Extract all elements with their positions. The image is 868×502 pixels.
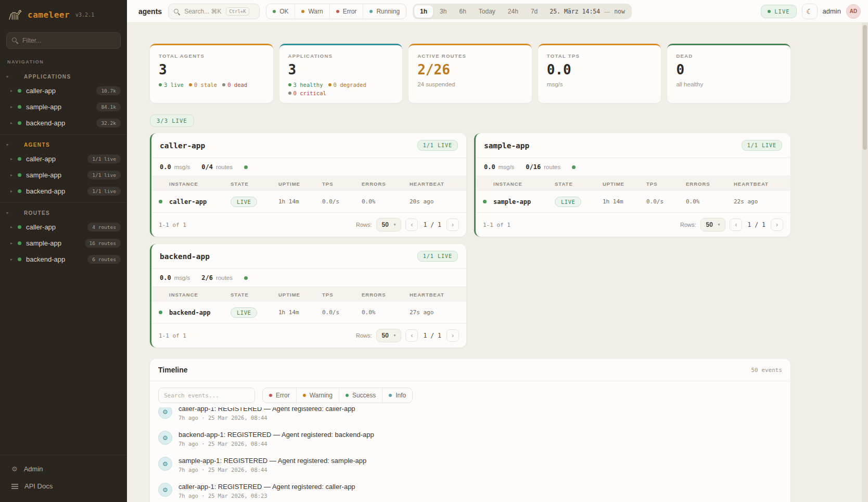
error-dot [336, 10, 339, 13]
caret-down-icon[interactable]: ▾ [6, 143, 12, 147]
app-logo[interactable]: cameleer v3.2.1 [0, 0, 127, 27]
caret-down-icon[interactable]: ▾ [6, 74, 12, 79]
filter-warning-button[interactable]: Warning [297, 388, 339, 403]
list-item[interactable]: ⚙ caller-app-1: REGISTERED — Agent regis… [158, 478, 782, 502]
chevron-right-icon[interactable]: ▸ [10, 105, 18, 109]
sidebar-item-api-docs[interactable]: API Docs [0, 478, 127, 495]
rows-label: Rows: [356, 222, 372, 228]
prev-page-button[interactable]: ‹ [405, 329, 418, 342]
timeline-search-input[interactable] [158, 388, 255, 403]
time-range-24h[interactable]: 24h [502, 5, 524, 18]
list-item[interactable]: ⚙ caller-app-1: REGISTERED — Agent regis… [158, 407, 782, 426]
sidebar-item-routes-sample-app[interactable]: ▸ sample-app 16 routes [0, 235, 127, 251]
chevron-right-icon[interactable]: ▸ [10, 121, 18, 125]
filter-ok-button[interactable]: OK [266, 4, 295, 19]
count-badge: 32.2k [96, 119, 121, 127]
stat-label: APPLICATIONS [288, 53, 394, 59]
live-status-toggle[interactable]: LIVE [761, 5, 796, 18]
instance-status-dot [483, 200, 487, 203]
event-time: 7h ago · 25 Mar 2026, 08:44 [178, 441, 374, 447]
sidebar-item-routes-backend-app[interactable]: ▸ backend-app 6 routes [0, 251, 127, 267]
errors-cell: 0.0% [362, 198, 410, 205]
next-page-button[interactable]: › [771, 218, 783, 231]
col-heartbeat: HEARTBEAT [410, 292, 466, 298]
time-range-today[interactable]: Today [473, 5, 501, 18]
global-search[interactable]: Ctrl+K [168, 4, 260, 19]
chevron-right-icon[interactable]: ▸ [10, 88, 18, 93]
table-row[interactable]: sample-app LIVE 1h 14m 0.0/s 0.0% 22s ag… [476, 191, 790, 213]
status-dot [18, 241, 21, 245]
chevron-right-icon[interactable]: ▸ [10, 257, 18, 262]
date-range-separator: — [604, 8, 610, 15]
item-label: caller-app [26, 155, 87, 163]
table-row[interactable]: backend-app LIVE 1h 14m 0.0/s 0.0% 27s a… [151, 302, 466, 324]
chevron-right-icon[interactable]: ▸ [10, 189, 18, 194]
section-header-agents[interactable]: ▾ AGENTS [0, 139, 127, 151]
sidebar-item-agents-backend-app[interactable]: ▸ backend-app 1/1 live [0, 183, 127, 199]
uptime-cell: 1h 14m [278, 309, 322, 316]
filter-info-button[interactable]: Info [382, 388, 412, 403]
row-range-label: 1-1 of 1 [483, 222, 510, 228]
running-dot [369, 10, 373, 13]
sidebar-item-agents-caller-app[interactable]: ▸ caller-app 1/1 live [0, 151, 127, 167]
chevron-right-icon[interactable]: ▸ [10, 173, 18, 177]
prev-page-button[interactable]: ‹ [730, 218, 742, 231]
live-label: LIVE [774, 8, 789, 15]
count-badge: 6 routes [87, 255, 121, 264]
next-page-button[interactable]: › [446, 218, 459, 231]
sidebar-item-applications-sample-app[interactable]: ▸ sample-app 84.1k [0, 99, 127, 115]
status-filter-group: OK Warn Error Running [266, 4, 406, 19]
table-row[interactable]: caller-app LIVE 1h 14m 0.0/s 0.0% 20s ag… [151, 191, 466, 213]
filter-running-button[interactable]: Running [363, 4, 406, 19]
scrollbar-thumb[interactable] [863, 25, 867, 150]
routes-unit: routes [216, 164, 233, 170]
filter-error-button[interactable]: Error [330, 4, 364, 19]
stat-value: 2/26 [417, 62, 523, 78]
date-range-start[interactable]: 25. März 14:54 [544, 8, 603, 15]
chevron-right-icon[interactable]: ▸ [10, 241, 18, 246]
sidebar-item-routes-caller-app[interactable]: ▸ caller-app 4 routes [0, 219, 127, 235]
event-title: caller-app-1: REGISTERED — Agent registe… [178, 483, 355, 491]
filter-label: Warning [310, 392, 333, 399]
col-heartbeat: HEARTBEAT [734, 181, 790, 187]
section-header-applications[interactable]: ▾ APPLICATIONS [0, 71, 127, 83]
date-range-end[interactable]: now [611, 8, 630, 15]
time-range-1h[interactable]: 1h [414, 5, 433, 18]
error-dot [269, 394, 272, 397]
sidebar-item-applications-caller-app[interactable]: ▸ caller-app 10.7k [0, 83, 127, 99]
rows-per-page-select[interactable]: 50 ▾ [376, 329, 402, 342]
event-title: backend-app-1: REGISTERED — Agent regist… [178, 431, 374, 439]
avatar[interactable]: AD [846, 4, 861, 19]
sidebar-item-applications-backend-app[interactable]: ▸ backend-app 32.2k [0, 115, 127, 131]
time-range-6h[interactable]: 6h [453, 5, 471, 18]
list-item[interactable]: ⚙ backend-app-1: REGISTERED — Agent regi… [158, 426, 782, 452]
tps-cell: 0.0/s [322, 198, 362, 205]
time-range-7d[interactable]: 7d [525, 5, 543, 18]
row-range-label: 1-1 of 1 [159, 332, 186, 339]
dark-mode-toggle[interactable]: ☾ [802, 4, 818, 19]
col-tps: TPS [646, 181, 686, 187]
filter-success-button[interactable]: Success [339, 388, 382, 403]
section-label: APPLICATIONS [24, 74, 71, 80]
page-indicator: 1 / 1 [746, 221, 767, 228]
top-bar: agents Ctrl+K OK Warn Error Running [127, 0, 868, 23]
prev-page-button[interactable]: ‹ [405, 218, 418, 231]
filter-warn-button[interactable]: Warn [295, 4, 329, 19]
chevron-right-icon[interactable]: ▸ [10, 225, 18, 229]
stat-subtext: all healthy [676, 81, 782, 87]
filter-error-button[interactable]: Error [263, 388, 297, 403]
user-menu[interactable]: admin [823, 7, 841, 15]
caret-down-icon[interactable]: ▾ [6, 211, 12, 215]
rows-per-page-select[interactable]: 50 ▾ [700, 218, 726, 231]
time-range-3h[interactable]: 3h [434, 5, 452, 18]
rows-per-page-select[interactable]: 50 ▾ [376, 218, 402, 231]
scrollbar[interactable] [862, 23, 868, 502]
sidebar-filter-input[interactable] [6, 32, 121, 49]
section-header-routes[interactable]: ▾ ROUTES [0, 207, 127, 219]
uptime-cell: 1h 14m [278, 198, 322, 205]
next-page-button[interactable]: › [446, 329, 459, 342]
sidebar-item-admin[interactable]: ⚙ Admin [0, 460, 127, 478]
list-item[interactable]: ⚙ sample-app-1: REGISTERED — Agent regis… [158, 452, 782, 478]
chevron-right-icon[interactable]: ▸ [10, 157, 18, 161]
sidebar-item-agents-sample-app[interactable]: ▸ sample-app 1/1 live [0, 167, 127, 183]
